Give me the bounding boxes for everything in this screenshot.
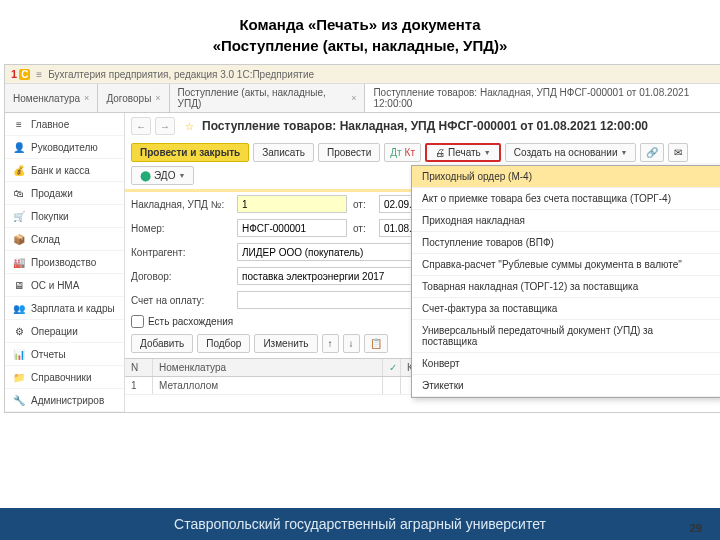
link-button[interactable]: 🔗	[640, 143, 664, 162]
folder-icon: 📁	[13, 371, 25, 383]
app-window: 1C ≡ Бухгалтерия предприятия, редакция 3…	[4, 64, 720, 413]
close-icon[interactable]: ×	[155, 93, 160, 103]
print-button[interactable]: 🖨Печать▼	[425, 143, 501, 162]
add-button[interactable]: Добавить	[131, 334, 193, 353]
sidebar-item-admin[interactable]: 🔧Администриров	[5, 389, 124, 412]
dk-button[interactable]: ДтКт	[384, 143, 421, 162]
app-title: Бухгалтерия предприятия, редакция 3.0 1С…	[48, 69, 314, 80]
sidebar-item-operations[interactable]: ⚙Операции	[5, 320, 124, 343]
create-based-button[interactable]: Создать на основании▼	[505, 143, 637, 162]
bag-icon: 🛍	[13, 187, 25, 199]
close-icon[interactable]: ×	[351, 93, 356, 103]
dd-item-vpf[interactable]: Поступление товаров (ВПФ)	[412, 232, 720, 254]
invoice-pay-input[interactable]	[237, 291, 437, 309]
computer-icon: 🖥	[13, 279, 25, 291]
number-label: Номер:	[131, 223, 231, 234]
document-title: Поступление товаров: Накладная, УПД НФСГ…	[202, 119, 648, 133]
post-and-close-button[interactable]: Провести и закрыть	[131, 143, 249, 162]
contragent-label: Контрагент:	[131, 247, 231, 258]
invoice-num-label: Накладная, УПД №:	[131, 199, 231, 210]
nav-forward-button[interactable]: →	[155, 117, 175, 135]
sidebar-item-salary[interactable]: 👥Зарплата и кадры	[5, 297, 124, 320]
cell-nom: Металлолом	[153, 377, 383, 394]
dd-item-konvert[interactable]: Конверт	[412, 353, 720, 375]
sidebar: ≡Главное 👤Руководителю 💰Банк и касса 🛍Пр…	[5, 113, 125, 412]
money-icon: 💰	[13, 164, 25, 176]
write-button[interactable]: Записать	[253, 143, 314, 162]
tab-postuplenie[interactable]: Поступление (акты, накладные, УПД)×	[170, 84, 366, 112]
footer-text: Ставропольский государственный аграрный …	[0, 508, 720, 540]
nav-back-button[interactable]: ←	[131, 117, 151, 135]
invoice-num-input[interactable]	[237, 195, 347, 213]
col-n[interactable]: N	[125, 359, 153, 376]
wrench-icon: 🔧	[13, 394, 25, 406]
main-panel: ← → ☆ Поступление товаров: Накладная, УП…	[125, 113, 720, 412]
dd-item-m4[interactable]: Приходный ордер (М-4)	[412, 166, 720, 188]
logo-1c: 1C	[11, 68, 30, 80]
sidebar-item-sales[interactable]: 🛍Продажи	[5, 182, 124, 205]
dd-item-spravka[interactable]: Справка-расчет "Рублевые суммы документа…	[412, 254, 720, 276]
close-icon[interactable]: ×	[84, 93, 89, 103]
slide-footer: Ставропольский государственный аграрный …	[0, 508, 720, 540]
sidebar-item-main[interactable]: ≡Главное	[5, 113, 124, 136]
divergence-checkbox[interactable]	[131, 315, 144, 328]
mail-button[interactable]: ✉	[668, 143, 688, 162]
slide-title: Команда «Печать» из документа	[0, 0, 720, 37]
tab-document[interactable]: Поступление товаров: Накладная, УПД НФСГ…	[365, 84, 720, 112]
sidebar-item-purchases[interactable]: 🛒Покупки	[5, 205, 124, 228]
contragent-input[interactable]	[237, 243, 437, 261]
from-label: от:	[353, 199, 373, 210]
user-icon: 👤	[13, 141, 25, 153]
dd-item-torg4[interactable]: Акт о приемке товара без счета поставщик…	[412, 188, 720, 210]
menu-icon[interactable]: ≡	[36, 69, 42, 80]
list-icon: ≡	[13, 118, 25, 130]
chevron-down-icon: ▼	[484, 149, 491, 156]
edit-button[interactable]: Изменить	[254, 334, 317, 353]
sidebar-item-assets[interactable]: 🖥ОС и НМА	[5, 274, 124, 297]
people-icon: 👥	[13, 302, 25, 314]
tabs-bar: Номенклатура× Договоры× Поступление (акт…	[5, 84, 720, 113]
col-flag: ✓	[383, 359, 401, 376]
clipboard-button[interactable]: 📋	[364, 334, 388, 353]
invoice-pay-label: Счет на оплату:	[131, 295, 231, 306]
tab-nomenklatura[interactable]: Номенклатура×	[5, 84, 98, 112]
from-label2: от:	[353, 223, 373, 234]
box-icon: 📦	[13, 233, 25, 245]
sidebar-item-manager[interactable]: 👤Руководителю	[5, 136, 124, 159]
dd-item-schetfaktura[interactable]: Счет-фактура за поставщика	[412, 298, 720, 320]
pick-button[interactable]: Подбор	[197, 334, 250, 353]
tab-dogovory[interactable]: Договоры×	[98, 84, 169, 112]
gear-icon: ⚙	[13, 325, 25, 337]
contract-input[interactable]	[237, 267, 437, 285]
factory-icon: 🏭	[13, 256, 25, 268]
dd-item-income[interactable]: Приходная накладная	[412, 210, 720, 232]
titlebar: 1C ≡ Бухгалтерия предприятия, редакция 3…	[5, 65, 720, 84]
dd-item-upd[interactable]: Универсальный передаточный документ (УПД…	[412, 320, 720, 353]
sidebar-item-production[interactable]: 🏭Производство	[5, 251, 124, 274]
star-icon[interactable]: ☆	[185, 121, 194, 132]
print-dropdown: Приходный ордер (М-4) Акт о приемке това…	[411, 165, 720, 398]
sidebar-item-reports[interactable]: 📊Отчеты	[5, 343, 124, 366]
move-down-button[interactable]: ↓	[343, 334, 360, 353]
chart-icon: 📊	[13, 348, 25, 360]
dd-item-etiketki[interactable]: Этикетки	[412, 375, 720, 397]
number-input[interactable]	[237, 219, 347, 237]
post-button[interactable]: Провести	[318, 143, 380, 162]
dd-item-torg12[interactable]: Товарная накладная (ТОРГ-12) за поставщи…	[412, 276, 720, 298]
divergence-label: Есть расхождения	[148, 316, 233, 327]
sidebar-item-catalogs[interactable]: 📁Справочники	[5, 366, 124, 389]
sidebar-item-warehouse[interactable]: 📦Склад	[5, 228, 124, 251]
edo-button[interactable]: ⬤ЭДО▼	[131, 166, 194, 185]
printer-icon: 🖨	[435, 147, 445, 158]
cart-icon: 🛒	[13, 210, 25, 222]
contract-label: Договор:	[131, 271, 231, 282]
sidebar-item-bank[interactable]: 💰Банк и касса	[5, 159, 124, 182]
move-up-button[interactable]: ↑	[322, 334, 339, 353]
page-number: 29	[690, 522, 702, 534]
col-nomenklatura[interactable]: Номенклатура	[153, 359, 383, 376]
slide-subtitle: «Поступление (акты, накладные, УПД)»	[0, 37, 720, 64]
cell-n: 1	[125, 377, 153, 394]
